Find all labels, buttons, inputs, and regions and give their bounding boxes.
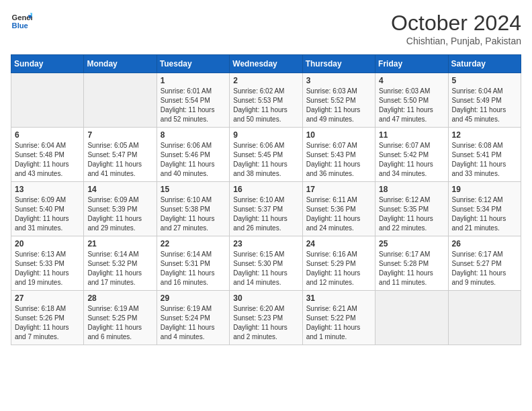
calendar-cell: 4Sunrise: 6:03 AM Sunset: 5:50 PM Daylig…	[375, 73, 448, 128]
week-row-2: 6Sunrise: 6:04 AM Sunset: 5:48 PM Daylig…	[11, 128, 521, 182]
calendar-cell: 16Sunrise: 6:10 AM Sunset: 5:37 PM Dayli…	[230, 182, 302, 236]
week-row-5: 27Sunrise: 6:18 AM Sunset: 5:26 PM Dayli…	[11, 291, 521, 345]
calendar-cell: 10Sunrise: 6:07 AM Sunset: 5:43 PM Dayli…	[302, 128, 375, 182]
day-info: Sunrise: 6:06 AM Sunset: 5:46 PM Dayligh…	[161, 141, 226, 179]
calendar-cell	[84, 73, 157, 128]
day-info: Sunrise: 6:09 AM Sunset: 5:39 PM Dayligh…	[87, 195, 152, 233]
logo-icon: General Blue	[11, 11, 32, 32]
day-number: 25	[379, 239, 444, 248]
weekday-header-monday: Monday	[84, 55, 157, 73]
day-info: Sunrise: 6:13 AM Sunset: 5:33 PM Dayligh…	[15, 250, 80, 287]
day-info: Sunrise: 6:09 AM Sunset: 5:40 PM Dayligh…	[15, 195, 80, 233]
day-number: 31	[306, 293, 371, 303]
calendar-cell: 24Sunrise: 6:16 AM Sunset: 5:29 PM Dayli…	[302, 236, 375, 291]
calendar-cell: 25Sunrise: 6:17 AM Sunset: 5:28 PM Dayli…	[375, 236, 448, 291]
calendar-cell: 26Sunrise: 6:17 AM Sunset: 5:27 PM Dayli…	[448, 236, 521, 291]
day-number: 13	[15, 185, 80, 194]
day-info: Sunrise: 6:12 AM Sunset: 5:34 PM Dayligh…	[452, 195, 517, 233]
day-number: 23	[233, 239, 298, 248]
day-info: Sunrise: 6:02 AM Sunset: 5:53 PM Dayligh…	[233, 87, 298, 124]
calendar-cell: 27Sunrise: 6:18 AM Sunset: 5:26 PM Dayli…	[11, 291, 84, 345]
day-info: Sunrise: 6:04 AM Sunset: 5:48 PM Dayligh…	[15, 141, 80, 179]
day-info: Sunrise: 6:11 AM Sunset: 5:36 PM Dayligh…	[306, 195, 371, 233]
weekday-header-wednesday: Wednesday	[230, 55, 302, 73]
month-title: October 2024	[391, 11, 521, 36]
day-number: 17	[306, 185, 371, 194]
weekday-header-tuesday: Tuesday	[157, 55, 229, 73]
day-info: Sunrise: 6:19 AM Sunset: 5:24 PM Dayligh…	[161, 304, 226, 342]
week-row-3: 13Sunrise: 6:09 AM Sunset: 5:40 PM Dayli…	[11, 182, 521, 236]
calendar-cell: 3Sunrise: 6:03 AM Sunset: 5:52 PM Daylig…	[302, 73, 375, 128]
day-number: 10	[306, 130, 371, 140]
day-number: 6	[15, 130, 80, 140]
calendar-cell: 11Sunrise: 6:07 AM Sunset: 5:42 PM Dayli…	[375, 128, 448, 182]
day-number: 28	[87, 293, 152, 303]
calendar-cell: 28Sunrise: 6:19 AM Sunset: 5:25 PM Dayli…	[84, 291, 157, 345]
day-info: Sunrise: 6:10 AM Sunset: 5:38 PM Dayligh…	[161, 195, 226, 233]
day-number: 24	[306, 239, 371, 248]
location-subtitle: Chishtian, Punjab, Pakistan	[391, 36, 521, 46]
day-number: 22	[161, 239, 226, 248]
day-number: 3	[306, 76, 371, 85]
day-info: Sunrise: 6:17 AM Sunset: 5:27 PM Dayligh…	[452, 250, 517, 287]
calendar-cell: 2Sunrise: 6:02 AM Sunset: 5:53 PM Daylig…	[230, 73, 302, 128]
logo: General Blue	[11, 11, 32, 32]
weekday-header-sunday: Sunday	[11, 55, 84, 73]
svg-text:Blue: Blue	[12, 21, 28, 30]
day-number: 19	[452, 185, 517, 194]
day-number: 7	[87, 130, 152, 140]
day-number: 14	[87, 185, 152, 194]
calendar-cell: 21Sunrise: 6:14 AM Sunset: 5:32 PM Dayli…	[84, 236, 157, 291]
calendar-cell: 18Sunrise: 6:12 AM Sunset: 5:35 PM Dayli…	[375, 182, 448, 236]
calendar-cell: 30Sunrise: 6:20 AM Sunset: 5:23 PM Dayli…	[230, 291, 302, 345]
calendar-cell: 15Sunrise: 6:10 AM Sunset: 5:38 PM Dayli…	[157, 182, 229, 236]
day-info: Sunrise: 6:10 AM Sunset: 5:37 PM Dayligh…	[233, 195, 298, 233]
weekday-header-friday: Friday	[375, 55, 448, 73]
calendar-cell: 29Sunrise: 6:19 AM Sunset: 5:24 PM Dayli…	[157, 291, 229, 345]
calendar-cell: 9Sunrise: 6:06 AM Sunset: 5:45 PM Daylig…	[230, 128, 302, 182]
day-number: 11	[379, 130, 444, 140]
calendar-cell: 22Sunrise: 6:14 AM Sunset: 5:31 PM Dayli…	[157, 236, 229, 291]
calendar-cell: 8Sunrise: 6:06 AM Sunset: 5:46 PM Daylig…	[157, 128, 229, 182]
calendar-cell: 19Sunrise: 6:12 AM Sunset: 5:34 PM Dayli…	[448, 182, 521, 236]
day-info: Sunrise: 6:07 AM Sunset: 5:42 PM Dayligh…	[379, 141, 444, 179]
day-number: 12	[452, 130, 517, 140]
title-area: October 2024 Chishtian, Punjab, Pakistan	[391, 11, 521, 46]
day-info: Sunrise: 6:19 AM Sunset: 5:25 PM Dayligh…	[87, 304, 152, 342]
day-number: 9	[233, 130, 298, 140]
day-number: 30	[233, 293, 298, 303]
day-number: 20	[15, 239, 80, 248]
calendar-cell: 17Sunrise: 6:11 AM Sunset: 5:36 PM Dayli…	[302, 182, 375, 236]
day-number: 27	[15, 293, 80, 303]
day-number: 26	[452, 239, 517, 248]
day-number: 8	[161, 130, 226, 140]
day-number: 4	[379, 76, 444, 85]
weekday-header-row: SundayMondayTuesdayWednesdayThursdayFrid…	[11, 55, 521, 73]
day-info: Sunrise: 6:03 AM Sunset: 5:50 PM Dayligh…	[379, 87, 444, 124]
day-number: 18	[379, 185, 444, 194]
day-info: Sunrise: 6:15 AM Sunset: 5:30 PM Dayligh…	[233, 250, 298, 287]
day-info: Sunrise: 6:14 AM Sunset: 5:31 PM Dayligh…	[161, 250, 226, 287]
calendar-header: SundayMondayTuesdayWednesdayThursdayFrid…	[11, 55, 521, 73]
calendar-cell: 31Sunrise: 6:21 AM Sunset: 5:22 PM Dayli…	[302, 291, 375, 345]
day-info: Sunrise: 6:21 AM Sunset: 5:22 PM Dayligh…	[306, 304, 371, 342]
calendar-body: 1Sunrise: 6:01 AM Sunset: 5:54 PM Daylig…	[11, 73, 521, 345]
day-info: Sunrise: 6:17 AM Sunset: 5:28 PM Dayligh…	[379, 250, 444, 287]
day-info: Sunrise: 6:06 AM Sunset: 5:45 PM Dayligh…	[233, 141, 298, 179]
day-info: Sunrise: 6:08 AM Sunset: 5:41 PM Dayligh…	[452, 141, 517, 179]
calendar-cell	[11, 73, 84, 128]
day-number: 5	[452, 76, 517, 85]
day-info: Sunrise: 6:20 AM Sunset: 5:23 PM Dayligh…	[233, 304, 298, 342]
calendar-cell: 14Sunrise: 6:09 AM Sunset: 5:39 PM Dayli…	[84, 182, 157, 236]
day-number: 15	[161, 185, 226, 194]
weekday-header-saturday: Saturday	[448, 55, 521, 73]
calendar-cell: 5Sunrise: 6:04 AM Sunset: 5:49 PM Daylig…	[448, 73, 521, 128]
calendar-cell: 20Sunrise: 6:13 AM Sunset: 5:33 PM Dayli…	[11, 236, 84, 291]
day-info: Sunrise: 6:12 AM Sunset: 5:35 PM Dayligh…	[379, 195, 444, 233]
calendar-cell	[448, 291, 521, 345]
day-info: Sunrise: 6:03 AM Sunset: 5:52 PM Dayligh…	[306, 87, 371, 124]
calendar-table: SundayMondayTuesdayWednesdayThursdayFrid…	[11, 54, 521, 345]
day-info: Sunrise: 6:07 AM Sunset: 5:43 PM Dayligh…	[306, 141, 371, 179]
calendar-cell: 6Sunrise: 6:04 AM Sunset: 5:48 PM Daylig…	[11, 128, 84, 182]
day-info: Sunrise: 6:16 AM Sunset: 5:29 PM Dayligh…	[306, 250, 371, 287]
